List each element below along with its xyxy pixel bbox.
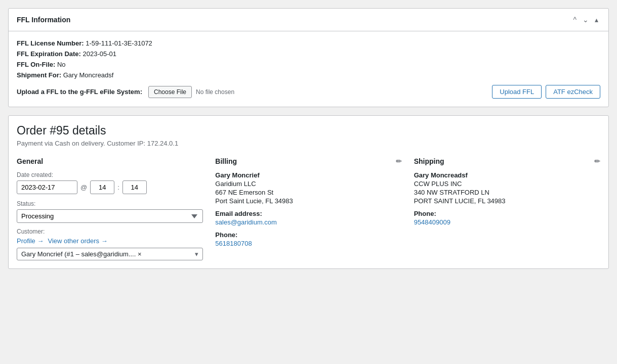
order-columns: General Date created: @ : Status: Pendin… (17, 157, 600, 260)
billing-phone[interactable]: 5618180708 (215, 240, 252, 247)
at-sign: @ (80, 184, 87, 191)
billing-label: Billing (215, 157, 237, 165)
billing-phone-label: Phone: (215, 231, 401, 239)
ffl-panel-header: FFL Information ^ ⌄ ▴ (9, 9, 608, 31)
shipping-company: CCW PLUS INC (414, 180, 600, 188)
choose-file-button[interactable]: Choose File (148, 86, 192, 98)
ffl-on-file-row: FFL On-File: No (17, 61, 600, 68)
colon-sign: : (117, 184, 119, 191)
customer-links: Profile → View other orders → (17, 237, 203, 245)
shipping-phone-label: Phone: (414, 210, 600, 217)
shipping-phone[interactable]: 9548409009 (414, 218, 450, 226)
ffl-shipment-value: Gary Moncreadsf (63, 71, 114, 79)
ffl-expiration-value: 2023-05-01 (83, 50, 117, 58)
ffl-panel-body: FFL License Number: 1-59-111-01-3E-31072… (9, 31, 608, 107)
customer-label: Customer: (17, 228, 203, 235)
ffl-upload-label: Upload a FFL to the g-FFL eFile System: (17, 88, 142, 96)
no-file-text: No file chosen (196, 88, 234, 96)
general-label: General (17, 157, 43, 165)
shipping-column: Shipping ✏ Gary Moncreadsf CCW PLUS INC … (414, 157, 600, 260)
ffl-expiration-row: FFL Expiration Date: 2023-05-01 (17, 50, 600, 58)
billing-name: Gary Moncrief (215, 171, 401, 179)
ffl-license-row: FFL License Number: 1-59-111-01-3E-31072 (17, 39, 600, 47)
ffl-on-file-value: No (57, 61, 66, 68)
status-label: Status: (17, 200, 203, 207)
billing-edit-icon[interactable]: ✏ (396, 157, 402, 165)
ffl-license-label: FFL License Number: (17, 39, 84, 47)
view-orders-link[interactable]: View other orders → (48, 237, 107, 245)
general-header: General (17, 157, 203, 165)
hour-input[interactable] (90, 180, 114, 194)
ffl-panel-controls: ^ ⌄ ▴ (571, 15, 600, 25)
general-column: General Date created: @ : Status: Pendin… (17, 157, 203, 260)
status-select[interactable]: Pending paymentProcessingOn holdComplete… (17, 209, 203, 223)
order-panel-body: Order #95 details Payment via Cash on de… (9, 116, 608, 268)
billing-city-state-zip: Port Saint Lucie, FL 34983 (215, 197, 401, 205)
billing-address1: 667 NE Emerson St (215, 189, 401, 196)
ffl-panel-down-button[interactable]: ⌄ (581, 15, 591, 25)
shipping-header: Shipping ✏ (414, 157, 600, 165)
billing-email-label: Email address: (215, 210, 401, 217)
ffl-panel-up-button[interactable]: ^ (571, 15, 579, 25)
shipping-name: Gary Moncreadsf (414, 171, 600, 179)
atf-ezcheck-button[interactable]: ATF ezCheck (546, 85, 600, 99)
ffl-on-file-label: FFL On-File: (17, 61, 55, 68)
profile-link[interactable]: Profile → (17, 237, 44, 245)
order-subtitle: Payment via Cash on delivery. Customer I… (17, 140, 600, 147)
billing-column: Billing ✏ Gary Moncrief Garidium LLC 667… (215, 157, 401, 260)
ffl-panel-title: FFL Information (17, 16, 70, 24)
upload-ffl-button[interactable]: Upload FFL (492, 85, 542, 99)
ffl-upload-actions: Upload FFL ATF ezCheck (492, 85, 600, 99)
date-input[interactable] (17, 180, 77, 194)
billing-email[interactable]: sales@garidium.com (215, 218, 277, 226)
ffl-shipment-row: Shipment For: Gary Moncreadsf (17, 71, 600, 79)
billing-company: Garidium LLC (215, 180, 401, 188)
shipping-edit-icon[interactable]: ✏ (594, 157, 600, 165)
order-title: Order #95 details (17, 124, 600, 138)
shipping-label: Shipping (414, 157, 444, 165)
customer-select-wrapper[interactable]: Gary Moncrief (#1 – sales@garidium.... ×… (17, 248, 203, 260)
ffl-shipment-label: Shipment For: (17, 71, 61, 79)
billing-header: Billing ✏ (215, 157, 401, 165)
shipping-city-state-zip: PORT SAINT LUCIE, FL 34983 (414, 197, 600, 205)
ffl-file-input-wrapper: Choose File No file chosen (148, 86, 234, 98)
ffl-information-panel: FFL Information ^ ⌄ ▴ FFL License Number… (8, 8, 609, 107)
ffl-upload-row: Upload a FFL to the g-FFL eFile System: … (17, 85, 600, 99)
order-details-panel: Order #95 details Payment via Cash on de… (8, 115, 609, 269)
ffl-panel-collapse-button[interactable]: ▴ (593, 15, 600, 25)
customer-select-text: Gary Moncrief (#1 – sales@garidium.... × (21, 250, 195, 258)
date-created-label: Date created: (17, 171, 203, 178)
ffl-license-value: 1-59-111-01-3E-31072 (86, 39, 152, 47)
date-row: @ : (17, 180, 203, 194)
ffl-expiration-label: FFL Expiration Date: (17, 50, 81, 58)
minute-input[interactable] (122, 180, 147, 194)
shipping-address1: 340 NW STRATFORD LN (414, 189, 600, 196)
customer-select-arrow-icon[interactable]: ▾ (195, 250, 198, 258)
